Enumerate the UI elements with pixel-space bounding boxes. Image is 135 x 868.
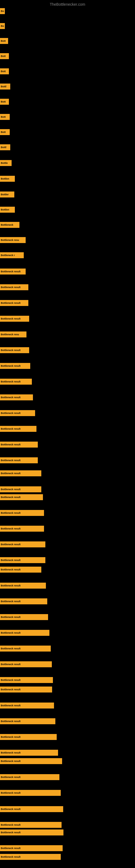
bar-item-47: Bottleneck result — [0, 703, 54, 709]
bar-item-57: Bottleneck result — [0, 845, 63, 851]
bar-item-9: Bott — [0, 129, 10, 135]
bar-fill-17: Bottleneck r — [0, 252, 24, 258]
bar-item-8: Bott — [0, 114, 10, 120]
bar-label-56: Bottleneck result — [1, 831, 20, 834]
bar-label-23: Bottleneck result — [1, 349, 20, 351]
bar-item-54: Bottleneck result — [0, 806, 63, 812]
bar-item-32: Bottleneck result — [0, 486, 41, 492]
bar-label-43: Bottleneck result — [1, 647, 20, 650]
bar-item-28: Bottleneck result — [0, 426, 37, 432]
bar-label-20: Bottleneck result — [1, 302, 20, 304]
bar-fill-50: Bottleneck result — [0, 750, 58, 756]
bar-fill-41: Bottleneck result — [0, 614, 48, 620]
bar-item-49: Bottleneck result — [0, 734, 57, 740]
bar-label-13: Bottler — [1, 193, 9, 196]
bar-item-38: Bottleneck result — [0, 567, 41, 572]
bar-item-13: Bottler — [0, 191, 14, 197]
bar-label-10: Bottl — [1, 146, 6, 149]
bar-label-7: Bott — [1, 100, 6, 103]
bar-item-22: Bottleneck resu — [0, 332, 27, 337]
bar-fill-20: Bottleneck result — [0, 300, 28, 306]
bar-label-52: Bottleneck result — [1, 776, 20, 778]
bar-fill-49: Bottleneck result — [0, 734, 57, 740]
bar-fill-39: Bottleneck result — [0, 583, 46, 589]
bar-item-29: Bottleneck result — [0, 442, 38, 447]
bar-fill-19: Bottleneck result — [0, 284, 28, 290]
bar-label-40: Bottleneck result — [1, 600, 20, 603]
bar-fill-7: Bott — [0, 99, 9, 105]
bar-item-2: Bo — [0, 23, 5, 29]
bar-item-46: Bottleneck result — [0, 686, 52, 692]
bar-fill-16: Bottleneck resu — [0, 237, 26, 243]
bar-fill-1: Bo — [0, 8, 5, 14]
bar-label-24: Bottleneck result — [1, 365, 20, 367]
bar-fill-32: Bottleneck result — [0, 486, 41, 492]
bar-fill-26: Bottleneck result — [0, 394, 33, 400]
bar-label-19: Bottleneck result — [1, 286, 20, 289]
bar-label-46: Bottleneck result — [1, 688, 20, 691]
bar-item-31: Bottleneck result — [0, 470, 41, 476]
bar-fill-38: Bottleneck result — [0, 567, 41, 572]
bar-label-39: Bottleneck result — [1, 584, 20, 587]
bar-label-25: Bottleneck result — [1, 380, 20, 383]
bar-fill-51: Bottleneck result — [0, 758, 62, 764]
bar-label-17: Bottleneck r — [1, 254, 15, 257]
bar-fill-54: Bottleneck result — [0, 806, 63, 812]
bar-fill-27: Bottleneck result — [0, 410, 35, 416]
bar-label-45: Bottleneck result — [1, 679, 20, 681]
bar-item-1: Bo — [0, 8, 5, 14]
bar-item-58: Bottleneck result — [0, 854, 61, 860]
bar-label-49: Bottleneck result — [1, 736, 20, 738]
bar-fill-8: Bott — [0, 114, 10, 120]
bar-fill-10: Bottl — [0, 144, 10, 150]
bar-fill-48: Bottleneck result — [0, 718, 55, 724]
bar-label-50: Bottleneck result — [1, 751, 20, 754]
bar-fill-9: Bott — [0, 129, 10, 135]
bar-label-31: Bottleneck result — [1, 472, 20, 475]
bar-label-42: Bottleneck result — [1, 631, 20, 634]
bar-item-30: Bottleneck result — [0, 457, 38, 463]
bar-label-12: Bottlen — [1, 177, 9, 180]
bar-item-37: Bottleneck result — [0, 557, 45, 563]
bar-fill-31: Bottleneck result — [0, 470, 41, 476]
bar-item-7: Bott — [0, 99, 9, 105]
bar-item-53: Bottleneck result — [0, 790, 61, 796]
bar-item-5: Bott — [0, 68, 9, 74]
bar-label-28: Bottleneck result — [1, 428, 20, 430]
bar-label-34: Bottleneck result — [1, 512, 20, 514]
bar-label-11: Bottle — [1, 162, 8, 164]
bar-fill-23: Bottleneck result — [0, 347, 29, 353]
bar-fill-57: Bottleneck result — [0, 845, 63, 851]
bar-item-20: Bottleneck result — [0, 300, 28, 306]
bar-fill-18: Bottleneck result — [0, 269, 26, 275]
bar-item-6: Bottl — [0, 84, 10, 90]
bar-item-34: Bottleneck result — [0, 510, 44, 516]
bar-label-48: Bottleneck result — [1, 720, 20, 723]
bar-item-51: Bottleneck result — [0, 758, 62, 764]
bar-label-9: Bott — [1, 131, 6, 133]
bar-label-33: Bottleneck result — [1, 496, 20, 499]
bar-item-15: Bottleneck — [0, 222, 19, 228]
bar-fill-43: Bottleneck result — [0, 646, 51, 652]
bar-fill-45: Bottleneck result — [0, 677, 53, 683]
bar-item-35: Bottleneck result — [0, 526, 44, 532]
bar-fill-11: Bottle — [0, 160, 12, 166]
bar-fill-5: Bott — [0, 68, 9, 74]
bar-label-51: Bottleneck result — [1, 760, 20, 763]
bar-item-17: Bottleneck r — [0, 252, 24, 258]
bar-fill-55: Bottleneck result — [0, 822, 61, 828]
bar-label-15: Bottleneck — [1, 223, 13, 226]
bar-item-12: Bottlen — [0, 176, 15, 182]
bar-item-41: Bottleneck result — [0, 614, 48, 620]
bar-fill-29: Bottleneck result — [0, 442, 38, 447]
bar-item-14: Bottlen — [0, 207, 15, 213]
bar-label-1: Bo — [1, 10, 4, 12]
bar-fill-22: Bottleneck resu — [0, 332, 27, 337]
bar-label-14: Bottlen — [1, 208, 9, 211]
bar-label-58: Bottleneck result — [1, 856, 20, 858]
bar-label-2: Bo — [1, 25, 4, 27]
bar-item-24: Bottleneck result — [0, 363, 30, 369]
bar-label-38: Bottleneck result — [1, 568, 20, 571]
bar-fill-15: Bottleneck — [0, 222, 19, 228]
bar-fill-12: Bottlen — [0, 176, 15, 182]
